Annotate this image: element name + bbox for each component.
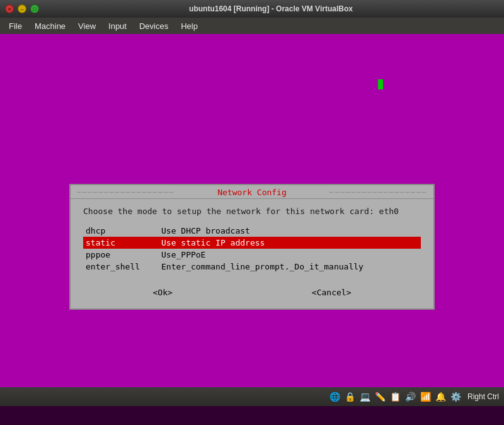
dialog-buttons: <Ok> <Cancel> bbox=[83, 284, 421, 298]
menu-input[interactable]: Input bbox=[102, 20, 133, 32]
menu-machine[interactable]: Machine bbox=[28, 20, 72, 32]
taskbar-icon-shared[interactable]: 🔔 bbox=[435, 390, 447, 403]
menubar: File Machine View Input Devices Help bbox=[0, 18, 504, 34]
taskbar-icon-display[interactable]: 💻 bbox=[359, 390, 372, 403]
dialog-title-text: Network Config bbox=[217, 188, 287, 197]
dialog-title: Network Config bbox=[71, 185, 433, 199]
option-desc-dhcp: Use DHCP broadcast bbox=[161, 226, 250, 235]
dialog-content: Choose the mode to setup the network for… bbox=[71, 199, 433, 309]
option-static[interactable]: static Use static IP address bbox=[83, 237, 421, 249]
taskbar-icon-audio[interactable]: 🔊 bbox=[404, 390, 417, 403]
window-title: ubuntu1604 [Running] - Oracle VM Virtual… bbox=[43, 4, 499, 13]
taskbar: 🌐 🔒 💻 ✏️ 📋 🔊 📶 🔔 ⚙️ Right Ctrl bbox=[0, 387, 504, 406]
option-pppoe[interactable]: pppoe Use_PPPoE bbox=[83, 249, 421, 261]
network-config-dialog: Network Config Choose the mode to setup … bbox=[69, 184, 435, 310]
taskbar-icon-edit[interactable]: ✏️ bbox=[374, 390, 387, 403]
titlebar: × – □ ubuntu1604 [Running] - Oracle VM V… bbox=[0, 0, 504, 18]
cursor-indicator bbox=[378, 79, 383, 89]
taskbar-icon-usb[interactable]: 📶 bbox=[420, 390, 432, 403]
option-desc-pppoe: Use_PPPoE bbox=[161, 250, 205, 259]
taskbar-icon-clipboard[interactable]: 📋 bbox=[389, 390, 402, 403]
option-desc-enter-shell: Enter_command_line_prompt._Do_it_manuall… bbox=[161, 262, 364, 271]
menu-file[interactable]: File bbox=[3, 20, 28, 32]
options-list: dhcp Use DHCP broadcast static Use stati… bbox=[83, 225, 421, 273]
option-key-static: static bbox=[86, 238, 161, 247]
option-key-dhcp: dhcp bbox=[86, 226, 161, 235]
vm-screen[interactable]: Network Config Choose the mode to setup … bbox=[0, 34, 504, 406]
cancel-button[interactable]: <Cancel> bbox=[307, 286, 357, 298]
minimize-button[interactable]: – bbox=[18, 4, 26, 13]
taskbar-icon-settings[interactable]: ⚙️ bbox=[450, 390, 462, 403]
taskbar-icon-network[interactable]: 🌐 bbox=[329, 390, 341, 403]
option-key-enter-shell: enter_shell bbox=[86, 262, 161, 271]
menu-devices[interactable]: Devices bbox=[133, 20, 175, 32]
ok-button[interactable]: <Ok> bbox=[148, 286, 178, 298]
dialog-prompt: Choose the mode to setup the network for… bbox=[83, 207, 421, 216]
option-dhcp[interactable]: dhcp Use DHCP broadcast bbox=[83, 225, 421, 237]
right-ctrl-label: Right Ctrl bbox=[467, 392, 499, 401]
menu-view[interactable]: View bbox=[72, 20, 102, 32]
taskbar-icon-lock[interactable]: 🔒 bbox=[344, 390, 357, 403]
option-key-pppoe: pppoe bbox=[86, 250, 161, 259]
maximize-button[interactable]: □ bbox=[30, 4, 39, 13]
close-button[interactable]: × bbox=[5, 4, 14, 13]
menu-help[interactable]: Help bbox=[175, 20, 204, 32]
option-enter-shell[interactable]: enter_shell Enter_command_line_prompt._D… bbox=[83, 261, 421, 273]
option-desc-static: Use static IP address bbox=[161, 238, 265, 247]
